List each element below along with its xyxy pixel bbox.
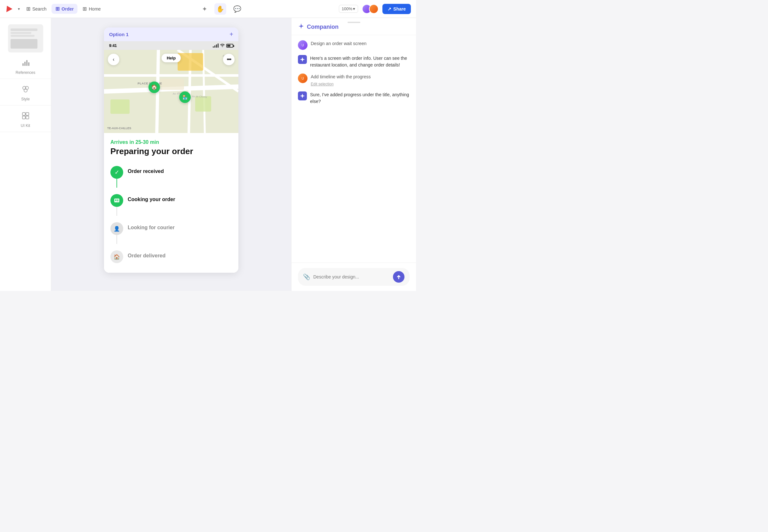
battery-icon bbox=[226, 44, 233, 48]
logo-dropdown[interactable]: ▾ bbox=[17, 5, 21, 12]
zoom-selector[interactable]: 100% ▾ bbox=[339, 5, 358, 13]
ai-message-text-1: Here's a screen with order info. User ca… bbox=[310, 55, 410, 68]
svg-text:TE-AUX-CAILLES: TE-AUX-CAILLES bbox=[107, 127, 131, 130]
companion-input-area: 📎 bbox=[292, 262, 416, 291]
svg-rect-2 bbox=[24, 62, 26, 66]
chat-area: U Design an order wait screen Here's a s… bbox=[292, 35, 416, 262]
svg-rect-11 bbox=[26, 116, 29, 119]
share-icon: ↗ bbox=[388, 6, 391, 12]
sparkle-tool-btn[interactable]: ✦ bbox=[200, 3, 209, 15]
map-pin-store: 🏪 bbox=[179, 91, 191, 103]
svg-rect-28 bbox=[114, 199, 119, 202]
chat-message-ai2: Sure, I've added progress under the titl… bbox=[298, 91, 410, 105]
map-pin-home: 🏠 bbox=[148, 82, 160, 93]
svg-text:Av de Choisy: Av de Choisy bbox=[192, 95, 207, 98]
app-logo[interactable] bbox=[5, 4, 14, 13]
map-svg: PLACE D'ITALIE Rue Pinel Av. d'Italie Av… bbox=[104, 50, 239, 133]
sidebar-item-references[interactable]: References bbox=[0, 55, 51, 79]
send-button[interactable] bbox=[393, 271, 404, 283]
svg-rect-4 bbox=[28, 62, 29, 66]
map-more-button[interactable]: ••• bbox=[223, 54, 235, 65]
timeline-item-received: ✓ Order received bbox=[110, 163, 232, 191]
nav-items: ⊞ Search ⊞ Order ⊞ Home bbox=[22, 4, 105, 14]
companion-sparkle-icon bbox=[298, 23, 304, 31]
timeline-icon-delivered: 🏠 bbox=[110, 250, 123, 263]
user-message-text-2: Add timeline with the progress bbox=[311, 74, 371, 80]
timeline-label-courier: Looking for courier bbox=[128, 222, 175, 231]
topnav: ▾ ⊞ Search ⊞ Order ⊞ Home ✦ ✋ 💬 100% ▾ ↗ bbox=[0, 0, 416, 18]
svg-rect-22 bbox=[160, 79, 184, 90]
status-time: 9:41 bbox=[109, 43, 117, 48]
search-nav-icon: ⊞ bbox=[26, 6, 30, 12]
map-back-button[interactable]: ‹ bbox=[108, 54, 119, 65]
attach-icon[interactable]: 📎 bbox=[303, 273, 310, 280]
nav-home[interactable]: ⊞ Home bbox=[79, 4, 104, 14]
nav-order[interactable]: ⊞ Order bbox=[51, 4, 77, 14]
option-header: Option 1 + bbox=[104, 27, 239, 41]
style-icon bbox=[22, 85, 29, 95]
edit-selection-link[interactable]: Edit selection bbox=[311, 82, 371, 86]
companion-header: Companion bbox=[292, 23, 416, 35]
svg-rect-1 bbox=[22, 63, 24, 66]
option-label: Option 1 bbox=[109, 32, 129, 37]
comment-tool-btn[interactable]: 💬 bbox=[231, 3, 243, 15]
option-frame: Option 1 + 9:41 bbox=[104, 27, 239, 273]
svg-rect-29 bbox=[115, 199, 116, 201]
ai-logo-2 bbox=[298, 91, 307, 100]
home-nav-icon: ⊞ bbox=[82, 6, 87, 12]
companion-panel: Companion U Design an order wait screen … bbox=[291, 18, 416, 291]
timeline-label-cooking: Cooking your order bbox=[128, 194, 175, 202]
wifi-icon bbox=[220, 43, 225, 48]
preparing-text: Preparing your order bbox=[110, 146, 232, 156]
svg-rect-21 bbox=[195, 96, 211, 112]
order-timeline: ✓ Order received bbox=[110, 163, 232, 266]
sidebar-item-uikit[interactable]: UI Kit bbox=[0, 108, 51, 132]
svg-marker-32 bbox=[300, 57, 305, 62]
user-avatars bbox=[362, 4, 379, 14]
arrives-text: Arrives in 25-30 min bbox=[110, 139, 232, 145]
timeline-icon-cooking bbox=[110, 194, 123, 207]
center-tools: ✦ ✋ 💬 bbox=[105, 3, 339, 15]
map-help-button[interactable]: Help bbox=[161, 54, 181, 62]
companion-title: Companion bbox=[307, 24, 339, 30]
svg-rect-20 bbox=[110, 99, 129, 114]
map-container: PLACE D'ITALIE Rue Pinel Av. d'Italie Av… bbox=[104, 50, 239, 133]
sidebar-item-style[interactable]: Style bbox=[0, 82, 51, 106]
timeline-icon-received: ✓ bbox=[110, 166, 123, 179]
topnav-right: 100% ▾ ↗ Share bbox=[339, 4, 411, 14]
svg-rect-19 bbox=[177, 53, 203, 71]
uikit-icon bbox=[22, 112, 29, 121]
share-button[interactable]: ↗ Share bbox=[382, 4, 411, 14]
hand-tool-btn[interactable]: ✋ bbox=[215, 3, 226, 15]
left-sidebar: References Style UI Kit bbox=[0, 18, 51, 291]
input-wrapper: 📎 bbox=[298, 268, 410, 286]
svg-rect-31 bbox=[117, 200, 118, 201]
order-info: Arrives in 25-30 min Preparing your orde… bbox=[104, 133, 239, 273]
svg-point-7 bbox=[24, 89, 27, 92]
svg-rect-10 bbox=[22, 116, 25, 119]
avatar-2 bbox=[369, 4, 379, 14]
svg-rect-3 bbox=[26, 60, 27, 66]
phone-screen: 9:41 bbox=[104, 41, 239, 273]
svg-marker-33 bbox=[300, 94, 305, 98]
user-avatar-1: U bbox=[298, 40, 308, 50]
phone-status-bar: 9:41 bbox=[104, 41, 239, 50]
svg-rect-9 bbox=[26, 113, 29, 115]
chat-message-user2: U Add timeline with the progress Edit se… bbox=[298, 74, 410, 86]
nav-search[interactable]: ⊞ Search bbox=[22, 4, 50, 14]
chat-message-user1: U Design an order wait screen bbox=[298, 40, 410, 50]
references-icon bbox=[22, 59, 29, 68]
ai-message-text-2: Sure, I've added progress under the titl… bbox=[310, 91, 410, 105]
option-add-button[interactable]: + bbox=[230, 31, 233, 38]
signal-icon bbox=[213, 43, 219, 48]
main-layout: References Style UI Kit bbox=[0, 18, 416, 291]
ai-logo-1 bbox=[298, 55, 307, 64]
order-nav-icon: ⊞ bbox=[55, 6, 59, 12]
sidebar-thumbnail[interactable] bbox=[8, 24, 43, 52]
timeline-icon-courier: 👤 bbox=[110, 222, 123, 235]
timeline-item-delivered: 🏠 Order delivered bbox=[110, 247, 232, 266]
timeline-label-received: Order received bbox=[128, 166, 164, 174]
user-message-text-1: Design an order wait screen bbox=[311, 40, 366, 47]
svg-rect-8 bbox=[22, 113, 25, 115]
companion-input-field[interactable] bbox=[313, 274, 390, 279]
